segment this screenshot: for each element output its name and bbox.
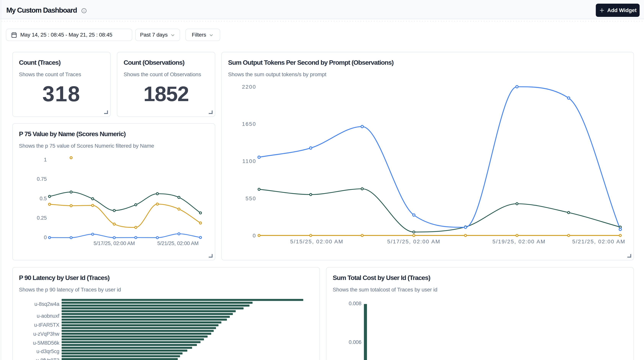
svg-text:0: 0 — [44, 235, 47, 240]
svg-text:u-aobnuxf: u-aobnuxf — [37, 313, 60, 319]
svg-text:2200: 2200 — [242, 84, 256, 90]
svg-text:5/17/25, 02:00 AM: 5/17/25, 02:00 AM — [94, 240, 135, 246]
svg-text:u-d3qr5cg: u-d3qr5cg — [36, 348, 59, 354]
svg-text:1100: 1100 — [242, 158, 256, 164]
svg-text:5/21/25, 02:00 AM: 5/21/25, 02:00 AM — [572, 239, 626, 244]
svg-text:u-zVqP3hw: u-zVqP3hw — [33, 331, 60, 337]
svg-text:5/17/25, 02:00 AM: 5/17/25, 02:00 AM — [387, 239, 440, 244]
svg-text:u-tFAR5TX: u-tFAR5TX — [34, 322, 59, 328]
svg-text:0.25: 0.25 — [37, 215, 47, 221]
svg-text:0.006: 0.006 — [348, 339, 362, 345]
svg-text:0.75: 0.75 — [37, 176, 47, 182]
svg-text:0: 0 — [252, 233, 256, 239]
svg-text:5/19/25, 02:00 AM: 5/19/25, 02:00 AM — [492, 239, 546, 244]
svg-text:0.5: 0.5 — [40, 196, 47, 201]
svg-text:u-5M8D56k: u-5M8D56k — [33, 340, 59, 346]
svg-text:550: 550 — [246, 195, 256, 201]
svg-text:5/21/25, 02:00 AM: 5/21/25, 02:00 AM — [157, 240, 198, 246]
svg-text:0.008: 0.008 — [348, 301, 362, 306]
svg-text:5/15/25, 02:00 AM: 5/15/25, 02:00 AM — [290, 239, 344, 244]
svg-text:u-8fVa9T3: u-8fVa9T3 — [36, 357, 59, 360]
svg-text:u-8sq2w4a: u-8sq2w4a — [34, 301, 60, 307]
svg-text:1: 1 — [44, 157, 47, 163]
svg-text:1650: 1650 — [242, 121, 256, 127]
